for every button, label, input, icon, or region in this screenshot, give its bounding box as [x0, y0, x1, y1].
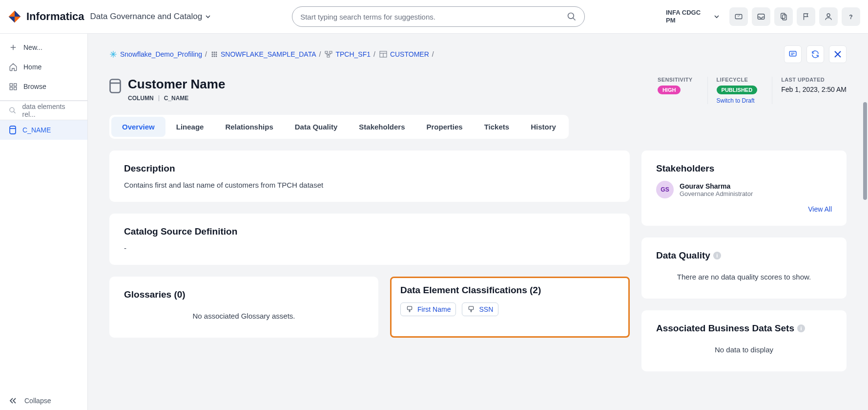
crumb-table[interactable]: CUSTOMER / [379, 50, 434, 58]
catalog-source-card: Catalog Source Definition - [109, 214, 630, 265]
sidebar-active-item[interactable]: C_NAME [0, 120, 87, 140]
svg-rect-12 [14, 84, 17, 86]
svg-point-31 [215, 56, 217, 57]
tab-data-quality[interactable]: Data Quality [284, 117, 349, 137]
tab-properties[interactable]: Properties [416, 117, 474, 137]
comments-button[interactable] [784, 45, 802, 63]
chevron-down-icon [205, 14, 211, 20]
info-icon[interactable]: i [797, 324, 805, 332]
data-quality-card-title: Data Quality [656, 250, 710, 261]
refresh-icon [811, 50, 820, 59]
lifecycle-badge: PUBLISHED [717, 86, 758, 94]
tab-tickets[interactable]: Tickets [474, 117, 520, 137]
informatica-logo-icon [8, 10, 21, 23]
brand-text: Informatica [26, 10, 84, 23]
last-updated-block: LAST UPDATED Feb 1, 2023, 2:50 AM [772, 77, 847, 104]
svg-rect-38 [789, 51, 796, 56]
copy-icon-button[interactable] [774, 7, 793, 26]
sidebar-home-label: Home [23, 63, 41, 71]
flag-icon-button[interactable] [797, 7, 815, 26]
refresh-button[interactable] [806, 45, 824, 63]
svg-rect-43 [407, 306, 412, 310]
svg-point-29 [211, 56, 213, 57]
sidebar-search-row[interactable]: data elements rel... [0, 101, 87, 120]
flag-icon [802, 12, 810, 21]
org-name: INFA CDGC PM [666, 9, 710, 24]
last-updated-label: LAST UPDATED [781, 77, 847, 83]
tab-lineage[interactable]: Lineage [165, 117, 215, 137]
scrollbar[interactable] [863, 102, 867, 200]
svg-rect-33 [330, 51, 332, 53]
crumb-schema[interactable]: TPCH_SF1 / [325, 50, 375, 58]
tab-relationships[interactable]: Relationships [214, 117, 284, 137]
help-icon-button[interactable]: ? [842, 7, 860, 26]
column-icon [109, 79, 121, 93]
page-title: Customer Name [128, 77, 225, 92]
crumb-source-label[interactable]: Snowflake_Demo_Profiling [120, 50, 202, 58]
home-icon [9, 63, 18, 71]
classification-icon [406, 305, 413, 313]
left-sidebar: New... Home Browse data elements rel... … [0, 34, 88, 410]
classification-chip-first-name[interactable]: First Name [400, 302, 456, 316]
column-icon [9, 125, 17, 135]
breadcrumbs: Snowflake_Demo_Profiling / SNOWFLAKE_SAM… [109, 50, 434, 58]
view-all-stakeholders-link[interactable]: View All [656, 205, 832, 213]
data-quality-card: Data Quality i There are no data quality… [641, 237, 847, 299]
svg-point-28 [215, 54, 217, 55]
crumb-table-label[interactable]: CUSTOMER [390, 50, 429, 58]
chevron-down-icon [714, 14, 720, 20]
page-actions [784, 45, 847, 63]
search-input[interactable] [300, 13, 562, 21]
last-updated-value: Feb 1, 2023, 2:50 AM [781, 86, 847, 93]
svg-marker-2 [9, 17, 15, 22]
collapse-label: Collapse [24, 397, 51, 405]
svg-point-27 [213, 54, 215, 55]
svg-rect-34 [327, 55, 330, 57]
org-switcher[interactable]: INFA CDGC PM [666, 9, 720, 24]
user-icon-button[interactable] [819, 7, 838, 26]
svg-rect-41 [110, 80, 121, 93]
svg-rect-7 [781, 13, 785, 19]
svg-point-25 [215, 52, 217, 53]
sidebar-collapse-button[interactable]: Collapse [0, 390, 87, 410]
catalog-source-body: - [124, 244, 615, 252]
catalog-source-title: Catalog Source Definition [124, 226, 615, 237]
crumb-source[interactable]: Snowflake_Demo_Profiling / [109, 50, 207, 58]
svg-rect-8 [783, 15, 786, 20]
svg-line-4 [573, 18, 576, 21]
data-quality-empty: There are no data quality scores to show… [656, 268, 832, 286]
crumb-schema-label[interactable]: TPCH_SF1 [335, 50, 371, 58]
close-button[interactable] [829, 45, 847, 63]
svg-point-30 [213, 56, 215, 57]
info-icon[interactable]: i [713, 252, 721, 259]
schema-icon [325, 51, 332, 58]
classification-chip-ssn[interactable]: SSN [462, 302, 498, 316]
inbox-icon-button[interactable] [752, 7, 770, 26]
sidebar-browse-button[interactable]: Browse [0, 77, 87, 96]
sidebar-home-button[interactable]: Home [0, 57, 87, 77]
sidebar-browse-label: Browse [23, 83, 46, 90]
tab-history[interactable]: History [520, 117, 567, 137]
switch-to-draft-link[interactable]: Switch to Draft [717, 97, 758, 104]
table-icon [379, 51, 387, 58]
snowflake-icon [109, 50, 117, 58]
product-name-label: Data Governance and Catalog [90, 12, 203, 22]
sidebar-new-button[interactable]: New... [0, 38, 87, 57]
tab-overview[interactable]: Overview [111, 117, 165, 137]
product-switcher[interactable]: Data Governance and Catalog [90, 12, 211, 22]
crumb-db-label[interactable]: SNOWFLAKE_SAMPLE_DATA [221, 50, 316, 58]
lifecycle-label: LIFECYCLE [717, 77, 758, 83]
content-columns: Description Contains first and last name… [109, 151, 847, 371]
inbox-icon [757, 12, 765, 21]
comment-icon [788, 50, 797, 59]
svg-rect-32 [325, 51, 328, 53]
description-title: Description [124, 163, 615, 174]
ticket-icon-button[interactable] [729, 7, 748, 26]
crumb-db[interactable]: SNOWFLAKE_SAMPLE_DATA / [211, 50, 321, 58]
tab-stakeholders[interactable]: Stakeholders [348, 117, 415, 137]
stakeholders-card-title: Stakeholders [656, 163, 832, 174]
svg-rect-14 [14, 87, 17, 90]
assoc-biz-data-sets-empty: No data to display [656, 341, 832, 359]
global-search[interactable] [292, 6, 585, 27]
svg-point-24 [213, 52, 215, 53]
